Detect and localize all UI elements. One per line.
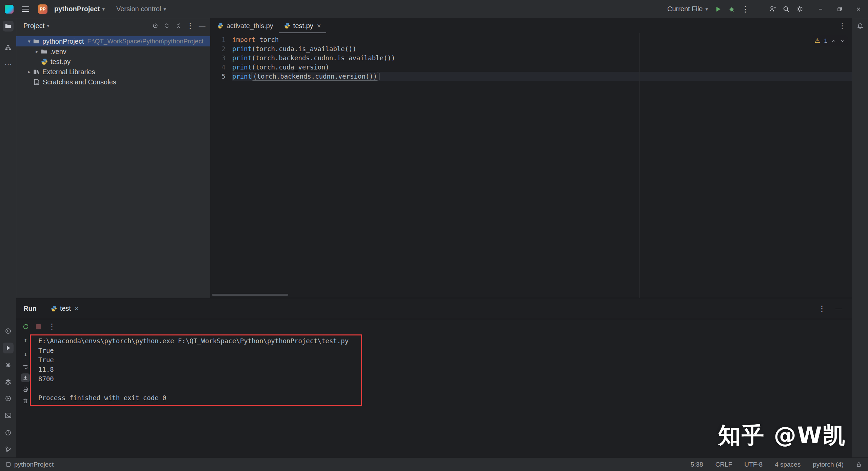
editor[interactable]: 1 2 3 4 5 import torch print(torch.cuda.… <box>211 33 852 298</box>
prev-warning-icon[interactable] <box>831 39 836 43</box>
tree-row-scratches[interactable]: Scratches and Consoles <box>16 77 210 87</box>
minimize-button[interactable] <box>811 0 830 18</box>
rerun-icon[interactable] <box>22 323 29 330</box>
toolbar-more-icon[interactable]: ⋮ <box>48 323 56 331</box>
close-tab-icon[interactable]: × <box>317 22 321 30</box>
library-icon <box>33 68 40 75</box>
prev-occurrence-icon[interactable]: ↑ <box>21 335 30 344</box>
more-actions-button[interactable]: ⋮ <box>738 2 752 16</box>
code-line-current: print(torch.backends.cudnn.version()) <box>232 72 852 81</box>
project-path: F:\QT_WorkSpace\Python\pythonProject <box>87 38 203 45</box>
main-menu-icon[interactable] <box>22 6 29 12</box>
project-tool-icon[interactable] <box>3 21 14 32</box>
tree-row-test-py[interactable]: test.py <box>16 57 210 67</box>
problems-icon[interactable] <box>3 427 14 438</box>
version-control-menu[interactable]: Version control ▾ <box>114 3 169 15</box>
next-occurrence-icon[interactable]: ↓ <box>21 350 30 359</box>
close-button[interactable] <box>849 0 868 18</box>
chevron-right-icon[interactable]: ▸ <box>25 69 33 75</box>
run-options-icon[interactable]: ⋮ <box>818 305 826 313</box>
text-caret <box>379 73 379 80</box>
settings-button[interactable] <box>793 2 806 16</box>
stop-icon[interactable] <box>36 324 41 329</box>
tab-test-py[interactable]: test.py × <box>279 18 327 33</box>
more-tool-windows-icon[interactable]: ⋯ <box>3 59 14 70</box>
next-warning-icon[interactable] <box>840 39 845 43</box>
inspections-widget[interactable]: ⚠ 1 <box>812 35 848 46</box>
indent-widget[interactable]: 4 spaces <box>775 461 801 468</box>
services-icon[interactable] <box>3 393 14 404</box>
project-panel-title: Project <box>23 22 44 30</box>
close-icon <box>856 6 861 12</box>
kebab-icon: ⋮ <box>741 5 749 13</box>
caret-position-widget[interactable]: 5:38 <box>691 461 703 468</box>
version-control-icon[interactable] <box>3 444 14 455</box>
run-toolbar: ⋮ <box>16 319 852 334</box>
structure-icon[interactable] <box>3 42 14 53</box>
chevron-down-icon[interactable]: ▾ <box>25 38 33 44</box>
tab-list-button[interactable]: ⋮ <box>838 18 852 33</box>
tree-row-external-libraries[interactable]: ▸ External Libraries <box>16 67 210 77</box>
hide-run-panel-icon[interactable]: — <box>835 305 842 312</box>
locate-file-icon[interactable] <box>152 22 159 29</box>
run-tool-icon[interactable] <box>3 343 14 353</box>
notifications-icon[interactable] <box>855 21 866 32</box>
status-bar: pythonProject 5:38 CRLF UTF-8 4 spaces p… <box>0 457 868 471</box>
bug-icon <box>728 6 735 13</box>
panel-options-icon[interactable]: ⋮ <box>186 22 194 29</box>
chevron-down-icon: ▾ <box>102 6 105 12</box>
terminal-icon[interactable] <box>3 410 14 421</box>
maximize-button[interactable] <box>830 0 849 18</box>
console-output: E:\Anaconda\envs\pytorch\python.exe F:\Q… <box>38 336 349 403</box>
gear-icon <box>796 5 803 13</box>
run-header: Run test × ⋮ — <box>16 298 852 319</box>
chevron-down-icon: ▾ <box>705 6 708 12</box>
search-everywhere-button[interactable] <box>779 2 793 16</box>
python-file-icon <box>51 306 57 312</box>
horizontal-scrollbar[interactable] <box>212 294 288 296</box>
project-tree: ▾ pythonProject F:\QT_WorkSpace\Python\p… <box>16 33 210 87</box>
code-line: print(torch.cuda_version) <box>232 63 852 72</box>
python-packages-icon[interactable] <box>3 376 14 387</box>
chevron-down-icon[interactable]: ▾ <box>47 23 50 29</box>
chevron-down-icon: ▾ <box>163 6 166 12</box>
tree-row-project-root[interactable]: ▾ pythonProject F:\QT_WorkSpace\Python\p… <box>16 36 210 46</box>
print-icon[interactable] <box>21 385 30 394</box>
collapse-all-icon[interactable] <box>175 22 182 29</box>
line-ending-widget[interactable]: CRLF <box>715 461 732 468</box>
close-run-tab-icon[interactable]: × <box>75 305 79 312</box>
search-icon <box>783 5 790 13</box>
title-bar: PP pythonProject ▾ Version control ▾ Cur… <box>0 0 868 18</box>
run-tab-test[interactable]: test × <box>51 305 79 312</box>
pycharm-logo-icon <box>5 5 14 14</box>
tree-row-venv[interactable]: ▸ .venv <box>16 46 210 57</box>
chevron-right-icon[interactable]: ▸ <box>33 48 41 55</box>
editor-area: activate_this.py test.py × ⋮ 1 2 <box>211 18 852 298</box>
project-panel: Project ▾ ⋮ — ▾ pythonProject <box>16 18 211 298</box>
warning-count: 1 <box>824 36 827 45</box>
scroll-to-end-icon[interactable] <box>21 373 30 382</box>
run-configuration-selector[interactable]: Current File ▾ <box>664 3 711 15</box>
code-line: print(torch.cuda.is_available()) <box>232 44 852 54</box>
tab-activate-this-py[interactable]: activate_this.py <box>212 18 279 33</box>
python-console-icon[interactable] <box>3 326 14 336</box>
clear-console-icon[interactable] <box>21 396 30 405</box>
status-project-widget[interactable]: pythonProject <box>5 461 54 468</box>
matched-fragment-highlight: (torch.backends.cudnn.version()) <box>252 72 378 81</box>
python-file-icon <box>217 23 223 29</box>
lock-icon[interactable] <box>856 462 862 468</box>
run-button[interactable] <box>711 2 725 16</box>
user-add-icon <box>769 5 776 13</box>
interpreter-widget[interactable]: pytorch (4) <box>813 461 844 468</box>
hide-panel-icon[interactable]: — <box>199 22 205 30</box>
run-panel-title: Run <box>23 305 37 312</box>
project-selector[interactable]: pythonProject ▾ <box>52 3 107 15</box>
debug-tool-icon[interactable] <box>3 359 14 370</box>
encoding-widget[interactable]: UTF-8 <box>744 461 763 468</box>
soft-wrap-icon[interactable] <box>21 363 30 371</box>
code-area: import torch print(torch.cuda.is_availab… <box>232 33 852 298</box>
debug-button[interactable] <box>725 2 738 16</box>
code-with-me-button[interactable] <box>766 2 779 16</box>
editor-tab-bar: activate_this.py test.py × ⋮ <box>211 18 852 33</box>
expand-all-icon[interactable] <box>163 22 170 29</box>
